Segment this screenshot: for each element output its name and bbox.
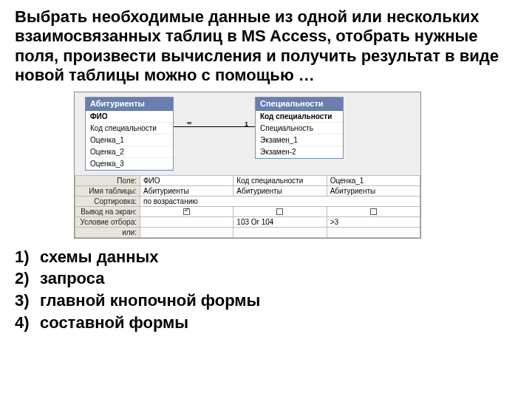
answer-option-3: 3) главной кнопочной формы xyxy=(15,290,517,312)
cell[interactable]: 103 Or 104 xyxy=(233,216,327,227)
field-o2[interactable]: Оценка_2 xyxy=(86,146,173,158)
cell[interactable] xyxy=(233,206,327,216)
table-title: Абитуриенты xyxy=(86,98,173,111)
relationship-left-symbol: ∞ xyxy=(187,119,191,126)
field-e1[interactable]: Экзамен_1 xyxy=(256,134,343,146)
row-label: Сортировка: xyxy=(75,196,140,206)
table-title: Специальности xyxy=(256,98,343,111)
answer-text: составной формы xyxy=(40,312,188,334)
answer-number: 3) xyxy=(15,290,40,312)
row-field: Поле: ФИО Код специальности Оценка_1 xyxy=(75,175,420,185)
checkbox-icon[interactable] xyxy=(370,208,377,215)
field-o3[interactable]: Оценка_3 xyxy=(86,158,173,170)
checkbox-icon[interactable] xyxy=(276,208,283,215)
cell[interactable]: Абитуриенты xyxy=(327,185,420,196)
access-query-designer: Абитуриенты ФИО Код специальности Оценка… xyxy=(74,92,421,239)
cell[interactable]: Оценка_1 xyxy=(327,175,420,185)
row-sort: Сортировка: по возрастанию xyxy=(75,196,420,206)
row-label: Вывод на экран: xyxy=(75,206,140,216)
row-label: или: xyxy=(75,227,140,237)
answer-option-1: 1) схемы данных xyxy=(15,246,517,268)
row-table: Имя таблицы: Абитуриенты Абитуриенты Аби… xyxy=(75,185,420,196)
cell[interactable] xyxy=(327,206,420,216)
answer-number: 1) xyxy=(15,246,40,268)
row-show: Вывод на экран: xyxy=(75,206,420,216)
cell[interactable]: Абитуриенты xyxy=(233,185,327,196)
row-criteria: Условие отбора: 103 Or 104 >3 xyxy=(75,216,420,227)
row-label: Поле: xyxy=(75,175,140,185)
cell[interactable]: Абитуриенты xyxy=(140,185,233,196)
answer-options: 1) схемы данных 2) запроса 3) главной кн… xyxy=(15,246,517,334)
question-text: Выбрать необходимые данные из одной или … xyxy=(15,7,517,86)
answer-text: схемы данных xyxy=(40,246,159,268)
cell[interactable]: ФИО xyxy=(140,175,233,185)
answer-number: 4) xyxy=(15,312,40,334)
row-label: Имя таблицы: xyxy=(75,185,140,196)
cell[interactable] xyxy=(327,227,420,237)
answer-option-2: 2) запроса xyxy=(15,267,517,290)
cell[interactable]: по возрастанию xyxy=(140,196,420,206)
field-kod2[interactable]: Код специальности xyxy=(256,111,343,123)
answer-number: 2) xyxy=(15,267,40,290)
field-e2[interactable]: Экзамен-2 xyxy=(256,146,343,158)
row-label: Условие отбора: xyxy=(75,216,140,227)
answer-text: запроса xyxy=(40,267,105,290)
cell[interactable]: Код специальности xyxy=(233,175,327,185)
field-kod[interactable]: Код специальности xyxy=(86,123,173,134)
cell[interactable]: >3 xyxy=(327,216,420,227)
field-spec[interactable]: Специальность xyxy=(256,123,343,134)
table-abiturienty[interactable]: Абитуриенты ФИО Код специальности Оценка… xyxy=(85,97,174,171)
answer-text: главной кнопочной формы xyxy=(40,290,260,312)
cell[interactable] xyxy=(140,227,233,237)
field-fio[interactable]: ФИО xyxy=(86,111,173,123)
cell[interactable] xyxy=(233,227,327,237)
cell[interactable] xyxy=(140,206,233,216)
query-design-grid: Поле: ФИО Код специальности Оценка_1 Имя… xyxy=(75,175,420,238)
row-or: или: xyxy=(75,227,420,237)
answer-option-4: 4) составной формы xyxy=(15,312,517,334)
cell[interactable] xyxy=(140,216,233,227)
relationship-pane: Абитуриенты ФИО Код специальности Оценка… xyxy=(75,92,420,175)
checkbox-icon[interactable] xyxy=(183,208,190,215)
field-o1[interactable]: Оценка_1 xyxy=(86,134,173,146)
relationship-right-symbol: 1 xyxy=(245,120,248,128)
table-specialnosti[interactable]: Специальности Код специальности Специаль… xyxy=(255,97,344,159)
relationship-line xyxy=(174,126,255,127)
